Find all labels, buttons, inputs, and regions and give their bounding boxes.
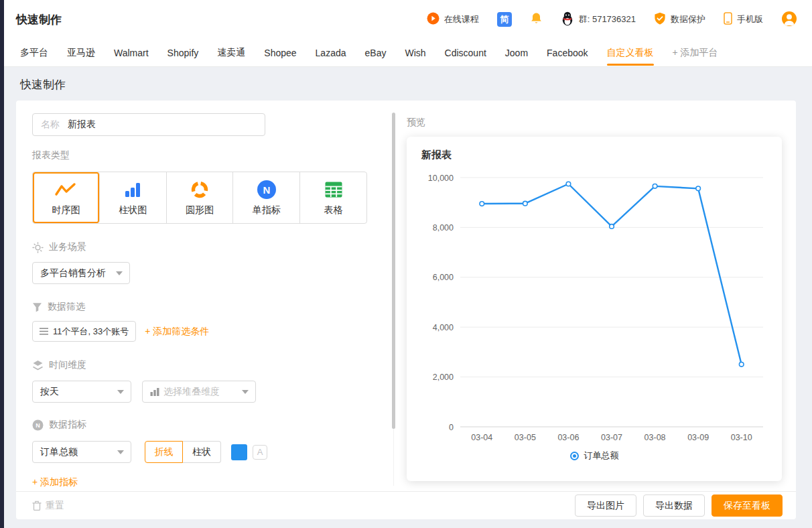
font-style-label: A [257, 447, 263, 457]
platform-nav: 多平台 亚马逊 Walmart Shopify 速卖通 Shopee Lazad… [4, 39, 812, 67]
mobile-version-label: 手机版 [737, 13, 763, 25]
mobile-version[interactable]: 手机版 [724, 12, 763, 27]
preview-pane: 预览 新报表 02,0004,0006,0008,00010,00003-040… [395, 101, 796, 491]
n-circle-icon: N [257, 180, 277, 200]
top-header: 快速制作 在线课程 简 [4, 0, 812, 39]
reset-button[interactable]: 重置 [32, 500, 64, 512]
series-color-swatch[interactable] [231, 444, 247, 460]
filter-label: 数据筛选 [48, 301, 85, 313]
type-single-metric[interactable]: N 单指标 [233, 172, 300, 223]
type-label: 圆形图 [186, 204, 214, 216]
filter-value: 11个平台, 33个账号 [53, 326, 129, 338]
report-name-input[interactable] [68, 119, 228, 130]
svg-text:8,000: 8,000 [433, 223, 454, 233]
simplified-chinese-badge[interactable]: 简 [497, 12, 512, 27]
nav-tab-ebay[interactable]: eBay [365, 39, 387, 67]
type-label: 表格 [324, 204, 343, 216]
chart-legend[interactable]: 订单总额 [407, 450, 782, 462]
nav-tab-joom[interactable]: Joom [505, 39, 528, 67]
mini-bars-icon [150, 387, 159, 396]
page-title: 快速制作 [4, 67, 812, 101]
chevron-down-icon [117, 450, 124, 454]
app-title: 快速制作 [16, 12, 62, 27]
line-chart: 02,0004,0006,0008,00010,00003-0403-0503-… [419, 167, 767, 443]
save-to-dashboard-button[interactable]: 保存至看板 [712, 494, 783, 517]
qq-penguin-icon [561, 11, 574, 28]
time-granularity-select[interactable]: 按天 [32, 381, 131, 403]
nav-tab-label: 速卖通 [217, 47, 245, 59]
font-style-button[interactable]: A [253, 445, 267, 460]
data-protection[interactable]: 数据保护 [654, 12, 705, 27]
chevron-down-icon [117, 390, 124, 394]
nav-tab-facebook[interactable]: Facebook [547, 39, 588, 67]
svg-text:N: N [263, 184, 270, 195]
nav-tab-label: Cdiscount [445, 48, 486, 58]
nav-tab-wish[interactable]: Wish [405, 39, 425, 67]
type-table[interactable]: 表格 [300, 172, 366, 223]
metric-select[interactable]: 订单总额 [32, 441, 131, 463]
nav-tab-label: Wish [405, 48, 425, 58]
add-filter-link[interactable]: + 添加筛选条件 [145, 326, 209, 338]
style-bar-option[interactable]: 柱状 [183, 441, 221, 463]
nav-tab-label: 多平台 [20, 47, 48, 59]
nav-tab-aliexpress[interactable]: 速卖通 [217, 39, 245, 67]
user-avatar[interactable] [781, 11, 797, 29]
report-type-label: 报表类型 [32, 149, 395, 161]
nav-tab-lazada[interactable]: Lazada [316, 39, 346, 67]
filter-row: 11个平台, 33个账号 + 添加筛选条件 [32, 313, 395, 342]
qq-group[interactable]: 群: 571736321 [561, 11, 636, 28]
n-circle-gray-icon: N [32, 419, 44, 431]
platform-filter-button[interactable]: 11个平台, 33个账号 [32, 321, 136, 342]
nav-tab-multiplatform[interactable]: 多平台 [20, 39, 48, 67]
svg-text:03-04: 03-04 [471, 433, 492, 442]
page-wrap: 快速制作 在线课程 简 [4, 0, 812, 519]
svg-text:0: 0 [449, 423, 454, 432]
svg-text:4,000: 4,000 [433, 323, 454, 332]
nav-tab-cdiscount[interactable]: Cdiscount [445, 39, 486, 67]
type-pie-chart[interactable]: 圆形图 [167, 172, 234, 223]
type-bar-chart[interactable]: 柱状图 [100, 172, 167, 223]
nav-tab-label: 自定义看板 [607, 47, 654, 59]
time-dim-section-head: 时间维度 [32, 359, 395, 371]
donut-chart-icon [190, 180, 209, 200]
nav-tab-shopify[interactable]: Shopify [167, 39, 199, 67]
scene-label: 业务场景 [49, 241, 86, 253]
report-name-field: 名称 [32, 113, 265, 136]
header-right-group: 在线课程 简 [427, 11, 797, 29]
chart-title: 新报表 [407, 137, 782, 161]
hamburger-icon [40, 328, 48, 335]
style-bar-label: 柱状 [192, 446, 211, 458]
svg-text:03-07: 03-07 [601, 433, 622, 442]
style-line-option[interactable]: 折线 [145, 441, 183, 463]
nav-tab-custom-dashboard[interactable]: 自定义看板 [607, 39, 654, 67]
play-icon [427, 12, 439, 27]
layers-icon [32, 360, 44, 371]
nav-tab-walmart[interactable]: Walmart [114, 39, 149, 67]
nav-add-platform[interactable]: + 添加平台 [673, 39, 718, 67]
type-timeseries[interactable]: 时序图 [33, 172, 100, 223]
add-metric-link[interactable]: + 添加指标 [32, 476, 78, 488]
metric-value: 订单总额 [40, 446, 78, 458]
svg-text:2,000: 2,000 [433, 373, 454, 382]
svg-text:10,000: 10,000 [428, 174, 454, 183]
export-data-button[interactable]: 导出数据 [643, 494, 705, 517]
type-label: 时序图 [52, 204, 80, 216]
nav-tab-label: eBay [365, 48, 387, 58]
online-course-label: 在线课程 [444, 13, 479, 25]
nav-tab-amazon[interactable]: 亚马逊 [67, 39, 95, 67]
svg-text:03-05: 03-05 [515, 433, 536, 442]
export-image-button[interactable]: 导出图片 [575, 494, 636, 517]
report-type-selector: 时序图 柱状图 圆形图 [32, 172, 367, 224]
type-label: 单指标 [253, 204, 281, 216]
notification-bell[interactable] [530, 12, 543, 27]
table-icon [324, 180, 343, 200]
nav-tab-shopee[interactable]: Shopee [264, 39, 296, 67]
scene-select[interactable]: 多平台销售分析 [32, 262, 130, 284]
name-label: 名称 [41, 119, 60, 131]
stack-dimension-select[interactable]: 选择堆叠维度 [142, 381, 256, 403]
online-course-link[interactable]: 在线课程 [427, 12, 479, 27]
svg-text:03-09: 03-09 [687, 433, 709, 442]
nav-tab-label: Joom [505, 48, 528, 58]
card-footer: 重置 导出图片 导出数据 保存至看板 [16, 491, 796, 519]
qq-group-label: 群: 571736321 [579, 13, 636, 25]
